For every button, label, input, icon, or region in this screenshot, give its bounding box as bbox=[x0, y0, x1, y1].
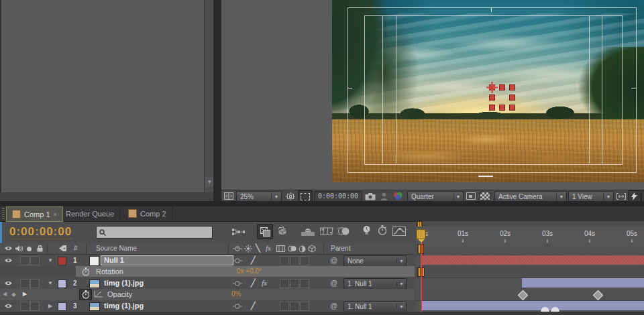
switch-cell[interactable] bbox=[300, 302, 309, 311]
snapshot-icon[interactable] bbox=[364, 191, 377, 201]
adjustment-layer-switch-icon[interactable] bbox=[299, 245, 306, 253]
tab-comp-2[interactable]: Comp 2 bbox=[123, 206, 172, 220]
property-graph-icon[interactable] bbox=[94, 291, 103, 298]
cti-line[interactable] bbox=[421, 232, 422, 313]
audio-toggle[interactable] bbox=[20, 256, 30, 265]
layer-name[interactable]: timg (1).jpg bbox=[104, 302, 144, 310]
frame-blending-icon[interactable] bbox=[319, 226, 335, 236]
frame-blend-switch-icon[interactable] bbox=[276, 245, 285, 253]
motion-blur-icon[interactable] bbox=[335, 226, 352, 236]
eye-icon[interactable] bbox=[4, 303, 13, 309]
property-name[interactable]: Rotation bbox=[96, 267, 123, 275]
parent-dropdown[interactable]: 1. Null 1▼ bbox=[343, 301, 407, 312]
panel-divider-vertical[interactable] bbox=[213, 0, 221, 201]
switch-cell[interactable] bbox=[280, 279, 289, 288]
switch-cell[interactable] bbox=[290, 302, 299, 311]
layer-bar-timg-3[interactable] bbox=[421, 301, 644, 310]
target-region-icon[interactable] bbox=[465, 191, 476, 201]
track-opacity[interactable] bbox=[416, 289, 644, 301]
layer-row-null-1[interactable]: ▼ 1 Null 1 ╱ @ None▼ bbox=[0, 255, 415, 267]
layer-name[interactable]: timg (1).jpg bbox=[104, 279, 144, 287]
label-color-chip[interactable] bbox=[58, 257, 66, 265]
solo-toggle[interactable] bbox=[30, 279, 40, 288]
audio-column-icon[interactable] bbox=[15, 245, 23, 252]
property-row-opacity[interactable]: ◀ ◆ ▶ Opacity 0% bbox=[0, 289, 415, 301]
next-keyframe-icon[interactable]: ▶ bbox=[23, 291, 27, 297]
pickwhip-icon[interactable]: @ bbox=[330, 256, 337, 264]
switch-cell[interactable] bbox=[280, 256, 289, 265]
track-timg-2[interactable] bbox=[416, 277, 644, 290]
fx-switch-icon[interactable]: fx bbox=[266, 244, 271, 252]
tab-comp-1[interactable]: Comp 1 × bbox=[6, 206, 63, 222]
track-timg-3[interactable] bbox=[416, 300, 644, 312]
shy-toggle-icon[interactable] bbox=[233, 304, 242, 309]
shy-guy-icon[interactable] bbox=[300, 227, 316, 237]
layer-row-timg-2[interactable]: ▼ 2 timg (1).jpg ╱ fx @ 1. Null 1▼ bbox=[0, 277, 415, 290]
index-column-header[interactable]: # bbox=[74, 245, 78, 252]
mini-flowchart-icon[interactable] bbox=[231, 227, 247, 237]
layer-handles[interactable] bbox=[486, 82, 517, 113]
graph-editor-icon[interactable] bbox=[391, 226, 407, 236]
motion-blur-switch-icon[interactable] bbox=[288, 245, 297, 252]
anchor-point-icon[interactable] bbox=[486, 82, 498, 93]
transparency-grid-icon[interactable] bbox=[478, 191, 491, 201]
collapse-switch-icon[interactable] bbox=[244, 245, 252, 253]
track-null-1[interactable] bbox=[416, 255, 644, 267]
layer-bar-timg-2[interactable] bbox=[522, 278, 644, 288]
source-name-column-header[interactable]: Source Name bbox=[96, 245, 137, 252]
eye-icon[interactable] bbox=[4, 280, 13, 286]
search-input[interactable] bbox=[109, 228, 209, 237]
switch-cell[interactable] bbox=[280, 302, 289, 311]
opacity-value[interactable]: 0% bbox=[231, 290, 241, 298]
audio-toggle[interactable] bbox=[20, 279, 30, 288]
time-ruler[interactable]: 00s 01s 02s 03s 04s 05s bbox=[416, 227, 644, 244]
tab-render-queue[interactable]: Render Queue bbox=[60, 206, 120, 220]
switch-cell[interactable] bbox=[290, 279, 299, 288]
switch-cell[interactable] bbox=[290, 256, 299, 265]
viewer-timecode[interactable]: 0:00:00:00 bbox=[314, 191, 362, 202]
3d-switch-icon[interactable] bbox=[308, 245, 316, 253]
solo-column-icon[interactable] bbox=[27, 247, 32, 251]
label-column-icon[interactable] bbox=[58, 245, 67, 252]
layer-name-cell[interactable]: Null 1 bbox=[101, 255, 233, 265]
solo-toggle[interactable] bbox=[30, 256, 40, 265]
switch-cell[interactable] bbox=[300, 279, 309, 288]
quality-toggle[interactable]: ╱ bbox=[251, 302, 256, 310]
property-name[interactable]: Opacity bbox=[107, 290, 132, 298]
add-keyframe-diamond-icon[interactable]: ◆ bbox=[11, 291, 16, 298]
layer-row-timg-3[interactable]: ▶ 3 timg (1).jpg ╱ @ 1. Null 1▼ bbox=[0, 300, 415, 312]
pickwhip-icon[interactable]: @ bbox=[330, 279, 337, 287]
draft-3d-icon[interactable] bbox=[257, 224, 273, 239]
track-rotation[interactable] bbox=[416, 266, 644, 278]
track-header-row[interactable] bbox=[416, 243, 644, 255]
audio-toggle[interactable] bbox=[20, 302, 30, 311]
stopwatch-icon[interactable] bbox=[82, 267, 90, 276]
quality-switch-icon[interactable]: ╲ bbox=[256, 244, 260, 253]
panel-divider-horizontal[interactable] bbox=[0, 201, 644, 206]
expand-triangle-icon[interactable]: ▼ bbox=[48, 280, 53, 286]
fx-toggle[interactable]: fx bbox=[262, 279, 267, 287]
current-time-display[interactable]: 0:00:00:00 bbox=[9, 225, 72, 239]
shy-toggle-icon[interactable] bbox=[233, 258, 242, 263]
brainstorm-cube-icon[interactable] bbox=[275, 225, 290, 235]
stopwatch-active-icon[interactable] bbox=[79, 289, 92, 300]
pixel-aspect-icon[interactable] bbox=[615, 191, 627, 201]
expand-triangle-icon[interactable]: ▼ bbox=[48, 257, 53, 263]
quality-toggle[interactable]: ╱ bbox=[251, 279, 256, 288]
channels-icon[interactable] bbox=[390, 191, 405, 201]
auto-keyframe-icon[interactable] bbox=[376, 225, 389, 235]
playhead[interactable] bbox=[416, 229, 426, 241]
quality-toggle[interactable]: ╱ bbox=[251, 256, 256, 265]
opacity-keyframe-1[interactable] bbox=[518, 290, 529, 301]
prev-keyframe-icon[interactable]: ◀ bbox=[3, 291, 7, 297]
collapsed-triangle-icon[interactable]: ▶ bbox=[48, 303, 52, 309]
parent-dropdown[interactable]: 1. Null 1▼ bbox=[343, 278, 407, 290]
layer-bar-null-1[interactable] bbox=[421, 255, 644, 265]
label-color-chip[interactable] bbox=[58, 302, 66, 311]
brainstorm-icon[interactable] bbox=[359, 225, 374, 235]
solo-toggle[interactable] bbox=[30, 302, 40, 311]
close-icon[interactable]: × bbox=[54, 211, 57, 218]
search-box[interactable] bbox=[96, 226, 213, 239]
property-row-rotation[interactable]: Rotation 0x +0.0° bbox=[0, 266, 415, 278]
shy-switch-icon[interactable] bbox=[233, 246, 242, 251]
